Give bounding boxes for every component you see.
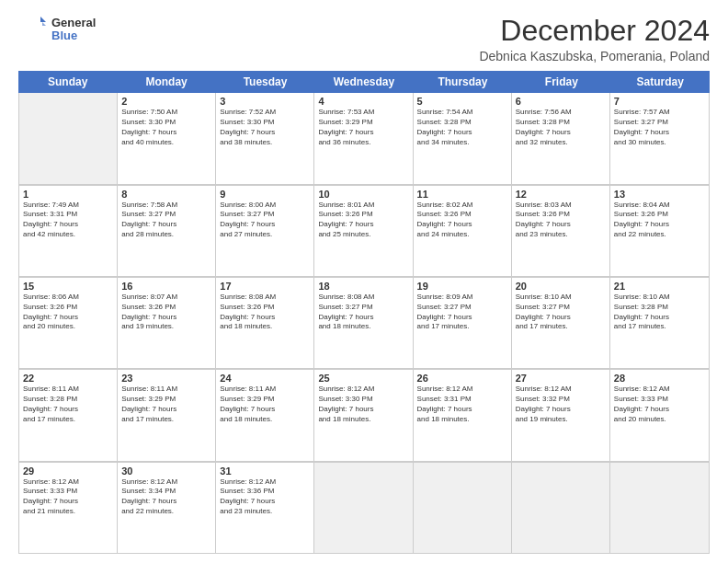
cell-dec16: 16 Sunrise: 8:07 AMSunset: 3:26 PMDaylig…	[118, 278, 216, 368]
day-number: 9	[220, 189, 310, 200]
cell-info: Sunrise: 8:11 AMSunset: 3:28 PMDaylight:…	[23, 385, 113, 424]
day-number: 20	[516, 281, 606, 292]
cell-dec26: 26 Sunrise: 8:12 AMSunset: 3:31 PMDaylig…	[414, 370, 512, 460]
week-row-2: 15 Sunrise: 8:06 AMSunset: 3:26 PMDaylig…	[19, 277, 709, 369]
title-area: December 2024 Debnica Kaszubska, Pomeran…	[479, 15, 710, 63]
cell-info: Sunrise: 8:04 AMSunset: 3:26 PMDaylight:…	[614, 201, 705, 240]
day-number: 17	[220, 281, 310, 292]
cell-info: Sunrise: 8:10 AMSunset: 3:27 PMDaylight:…	[516, 293, 606, 332]
header-saturday: Saturday	[611, 71, 710, 93]
page: General Blue December 2024 Debnica Kaszu…	[0, 0, 728, 563]
cell-info: Sunrise: 7:52 AMSunset: 3:30 PMDaylight:…	[220, 108, 310, 147]
calendar: Sunday Monday Tuesday Wednesday Thursday…	[18, 71, 710, 554]
cell-info: Sunrise: 8:11 AMSunset: 3:29 PMDaylight:…	[220, 385, 310, 424]
cell-dec27: 27 Sunrise: 8:12 AMSunset: 3:32 PMDaylig…	[512, 370, 610, 460]
day-number: 11	[417, 189, 507, 200]
day-number: 10	[318, 189, 408, 200]
cell-empty-2	[314, 463, 413, 553]
day-number: 13	[614, 189, 705, 200]
cell-info: Sunrise: 7:49 AMSunset: 3:31 PMDaylight:…	[23, 201, 113, 240]
cell-dec9: 9 Sunrise: 8:00 AMSunset: 3:27 PMDayligh…	[216, 186, 314, 276]
cell-info: Sunrise: 8:09 AMSunset: 3:27 PMDaylight:…	[417, 293, 507, 332]
header-thursday: Thursday	[414, 71, 512, 93]
cell-dec29: 29 Sunrise: 8:12 AMSunset: 3:33 PMDaylig…	[19, 463, 118, 553]
header-wednesday: Wednesday	[314, 71, 413, 93]
cell-info: Sunrise: 7:56 AMSunset: 3:28 PMDaylight:…	[516, 108, 606, 147]
day-number: 27	[516, 373, 606, 384]
day-number: 19	[417, 281, 507, 292]
day-number: 18	[318, 281, 408, 292]
cell-info: Sunrise: 8:12 AMSunset: 3:32 PMDaylight:…	[516, 385, 606, 424]
cell-dec15: 15 Sunrise: 8:06 AMSunset: 3:26 PMDaylig…	[19, 278, 118, 368]
cell-dec1: 1 Sunrise: 7:49 AMSunset: 3:31 PMDayligh…	[19, 186, 118, 276]
day-number: 8	[121, 189, 211, 200]
cell-dec23: 23 Sunrise: 8:11 AMSunset: 3:29 PMDaylig…	[118, 370, 216, 460]
day-number: 7	[614, 96, 705, 107]
cell-dec21: 21 Sunrise: 8:10 AMSunset: 3:28 PMDaylig…	[610, 278, 709, 368]
cell-info: Sunrise: 8:08 AMSunset: 3:27 PMDaylight:…	[318, 293, 408, 332]
day-number: 30	[121, 465, 211, 477]
cell-info: Sunrise: 8:02 AMSunset: 3:26 PMDaylight:…	[417, 201, 507, 240]
cell-info: Sunrise: 8:01 AMSunset: 3:26 PMDaylight:…	[318, 201, 408, 240]
cell-info: Sunrise: 8:12 AMSunset: 3:31 PMDaylight:…	[417, 385, 507, 424]
cell-dec31: 31 Sunrise: 8:12 AMSunset: 3:36 PMDaylig…	[216, 463, 314, 553]
day-number: 6	[516, 96, 606, 107]
cell-dec4: 4 Sunrise: 7:53 AMSunset: 3:29 PMDayligh…	[314, 93, 413, 183]
cell-info: Sunrise: 8:08 AMSunset: 3:26 PMDaylight:…	[220, 293, 310, 332]
day-number: 12	[516, 189, 606, 200]
day-number: 1	[23, 189, 113, 200]
cell-dec6: 6 Sunrise: 7:56 AMSunset: 3:28 PMDayligh…	[512, 93, 610, 183]
cell-dec7: 7 Sunrise: 7:57 AMSunset: 3:27 PMDayligh…	[610, 93, 709, 183]
day-number: 28	[614, 373, 705, 384]
cell-dec17: 17 Sunrise: 8:08 AMSunset: 3:26 PMDaylig…	[216, 278, 314, 368]
svg-marker-1	[42, 22, 46, 26]
day-number: 5	[417, 96, 507, 107]
cell-dec11: 11 Sunrise: 8:02 AMSunset: 3:26 PMDaylig…	[414, 186, 512, 276]
cell-dec2: 2 Sunrise: 7:50 AMSunset: 3:30 PMDayligh…	[118, 93, 216, 183]
subtitle: Debnica Kaszubska, Pomerania, Poland	[479, 49, 710, 63]
svg-marker-0	[40, 17, 46, 22]
logo: General Blue	[18, 15, 96, 44]
cell-empty-1	[19, 93, 118, 183]
header-friday: Friday	[512, 71, 610, 93]
day-number: 4	[318, 96, 408, 107]
cell-info: Sunrise: 8:12 AMSunset: 3:33 PMDaylight:…	[23, 477, 113, 517]
cell-info: Sunrise: 7:57 AMSunset: 3:27 PMDaylight:…	[614, 108, 705, 147]
calendar-body: 2 Sunrise: 7:50 AMSunset: 3:30 PMDayligh…	[18, 93, 710, 554]
header-monday: Monday	[117, 71, 215, 93]
day-number: 16	[121, 281, 211, 292]
week-row-1: 1 Sunrise: 7:49 AMSunset: 3:31 PMDayligh…	[19, 185, 709, 277]
week-row-3: 22 Sunrise: 8:11 AMSunset: 3:28 PMDaylig…	[19, 369, 709, 461]
cell-empty-3	[414, 463, 512, 553]
day-number: 23	[121, 373, 211, 384]
cell-dec10: 10 Sunrise: 8:01 AMSunset: 3:26 PMDaylig…	[314, 186, 413, 276]
day-number: 31	[220, 465, 310, 477]
header-sunday: Sunday	[18, 71, 117, 93]
day-number: 25	[318, 373, 408, 384]
cell-info: Sunrise: 8:12 AMSunset: 3:36 PMDaylight:…	[220, 477, 310, 517]
day-number: 24	[220, 373, 310, 384]
cell-dec19: 19 Sunrise: 8:09 AMSunset: 3:27 PMDaylig…	[414, 278, 512, 368]
cell-dec18: 18 Sunrise: 8:08 AMSunset: 3:27 PMDaylig…	[314, 278, 413, 368]
cell-dec28: 28 Sunrise: 8:12 AMSunset: 3:33 PMDaylig…	[610, 370, 709, 460]
cell-info: Sunrise: 7:53 AMSunset: 3:29 PMDaylight:…	[318, 108, 408, 147]
cell-info: Sunrise: 7:50 AMSunset: 3:30 PMDaylight:…	[121, 108, 211, 147]
cell-info: Sunrise: 8:12 AMSunset: 3:30 PMDaylight:…	[318, 385, 408, 424]
cell-empty-5	[610, 463, 709, 553]
cell-info: Sunrise: 8:10 AMSunset: 3:28 PMDaylight:…	[614, 293, 705, 332]
cell-dec24: 24 Sunrise: 8:11 AMSunset: 3:29 PMDaylig…	[216, 370, 314, 460]
cell-dec25: 25 Sunrise: 8:12 AMSunset: 3:30 PMDaylig…	[314, 370, 413, 460]
day-number: 29	[23, 465, 113, 477]
cell-info: Sunrise: 8:00 AMSunset: 3:27 PMDaylight:…	[220, 201, 310, 240]
cell-info: Sunrise: 8:12 AMSunset: 3:34 PMDaylight:…	[121, 477, 211, 517]
cell-info: Sunrise: 7:58 AMSunset: 3:27 PMDaylight:…	[121, 201, 211, 240]
header: General Blue December 2024 Debnica Kaszu…	[18, 15, 710, 63]
day-number: 3	[220, 96, 310, 107]
cell-dec12: 12 Sunrise: 8:03 AMSunset: 3:26 PMDaylig…	[512, 186, 610, 276]
cell-info: Sunrise: 8:07 AMSunset: 3:26 PMDaylight:…	[121, 293, 211, 332]
day-number: 21	[614, 281, 705, 292]
cell-info: Sunrise: 7:54 AMSunset: 3:28 PMDaylight:…	[417, 108, 507, 147]
header-tuesday: Tuesday	[216, 71, 314, 93]
week-row-0: 2 Sunrise: 7:50 AMSunset: 3:30 PMDayligh…	[19, 93, 709, 184]
cell-dec8: 8 Sunrise: 7:58 AMSunset: 3:27 PMDayligh…	[118, 186, 216, 276]
